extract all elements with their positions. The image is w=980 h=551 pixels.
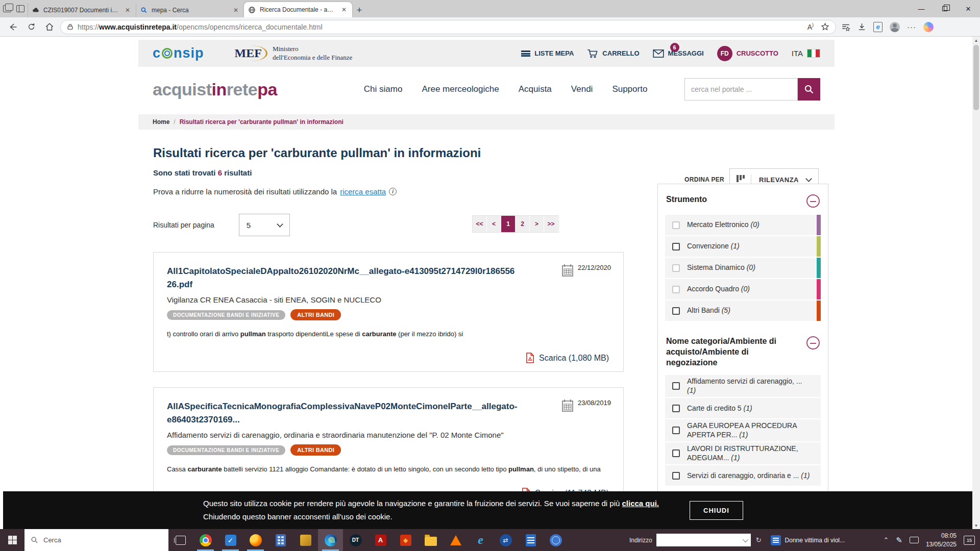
filter-accordo-quadro[interactable]: Accordo Quadro (0) [665,279,821,299]
vertical-tabs-icon[interactable] [16,5,24,12]
news-widget[interactable]: Donne vittima di viol... [771,529,845,551]
checkbox[interactable] [672,472,680,480]
language-selector[interactable]: ITA [792,49,820,58]
page-scrollbar[interactable]: ▲ ▼ [972,37,980,529]
checkbox[interactable] [672,221,680,229]
collapse-minus-icon[interactable] [806,194,820,208]
taskbar-app-ie[interactable]: e [468,529,493,551]
page-next-button[interactable]: > [530,216,544,232]
checkbox[interactable] [672,382,680,390]
downloads-icon[interactable] [857,22,866,31]
cookie-close-button[interactable]: CHIUDI [690,501,743,520]
portal-search-button[interactable] [798,78,820,101]
task-view-button[interactable] [168,529,193,551]
notification-center-icon[interactable]: 15 [964,536,975,545]
tab-close-icon[interactable]: ✕ [340,6,348,13]
taskbar-app-vlc[interactable] [443,529,468,551]
nav-supporto[interactable]: Supporto [612,84,647,94]
checkbox[interactable] [672,405,680,412]
taskbar-search[interactable]: Cerca [24,529,168,551]
read-aloud-icon[interactable]: A) [807,22,814,31]
nav-vendi[interactable]: Vendi [571,84,593,94]
filter-servizi-carenaggio[interactable]: Servizi di carenaggio, ordinaria e ... (… [665,465,821,486]
scrollbar-thumb[interactable] [973,45,979,110]
checkbox[interactable] [672,307,680,315]
ricerca-esatta-link[interactable]: ricerca esatta [340,187,386,196]
refresh-button[interactable] [23,19,39,35]
portal-search-input[interactable] [684,78,798,101]
window-minimize-button[interactable]: — [910,0,933,17]
messaggi-link[interactable]: 6 MESSAGGI [653,49,704,58]
taskbar-app-sync[interactable]: ⇄ [493,529,518,551]
favorite-star-icon[interactable] [821,22,829,31]
taskbar-app-doc[interactable] [518,529,543,551]
filter-sistema-dinamico[interactable]: Sistema Dinamico (0) [665,258,821,278]
page-2-button[interactable]: 2 [516,216,530,232]
taskbar-app-explorer[interactable] [418,529,443,551]
taskbar-app-acrobat[interactable]: A [368,529,393,551]
browser-tab-2[interactable]: mepa - Cerca ✕ [136,3,244,17]
checkbox[interactable] [672,449,680,457]
hidden-icons-chevron[interactable]: ⌃ [883,536,889,544]
nav-aree-merceologiche[interactable]: Aree merceologiche [422,84,499,94]
per-page-select[interactable]: 5 [239,214,290,236]
touch-keyboard-icon[interactable] [910,537,919,543]
tab-actions-icon[interactable] [3,5,11,12]
result-title[interactable]: AllASpecificaTecnicaMonografiaComplessiv… [167,400,519,427]
filter-affidamento[interactable]: Affidamento servizi di carenaggio, ... (… [665,375,821,397]
nav-acquista[interactable]: Acquista [519,84,552,94]
carrello-link[interactable]: CARRELLO [587,49,639,58]
taskbar-app-red[interactable]: ◆ [393,529,418,551]
mef-logo[interactable]: MEF Ministerodell'Economia e delle Finan… [235,45,353,62]
filter-gara-europea[interactable]: GARA EUROPEA A PROCEDURA APERTA PER... (… [665,419,821,441]
page-1-button[interactable]: 1 [501,216,516,232]
checkbox[interactable] [672,286,680,293]
collapse-minus-icon[interactable] [806,336,820,349]
taskbar-app-globe[interactable] [543,529,568,551]
filter-altri-bandi[interactable]: Altri Bandi (5) [665,300,821,321]
browser-tab-active[interactable]: Ricerca Documentale - acquistinr ✕ [244,2,352,17]
acquistinretepa-logo[interactable]: acquistinretepa [153,80,277,99]
favorites-list-icon[interactable] [841,22,850,32]
download-link[interactable]: Scarica (1,080 MB) [525,353,609,363]
taskbar-app-edge[interactable] [318,529,343,551]
taskbar-clock[interactable]: 08:05 13/05/2025 [926,532,957,548]
address-go-icon[interactable]: ↻ [756,536,762,544]
browser-tab-1[interactable]: CZIS019007 Documenti in DA SM ✕ [28,3,136,17]
scroll-up-icon[interactable]: ▲ [972,37,980,44]
info-icon[interactable]: i [389,188,397,195]
breadcrumb-home[interactable]: Home [153,118,169,126]
consip-logo[interactable]: cnsip [153,45,204,61]
nav-chi-siamo[interactable]: Chi siamo [364,84,403,94]
new-tab-button[interactable]: + [352,3,366,17]
liste-mepa-link[interactable]: LISTE MEPA [521,49,574,57]
taskbar-app-firefox[interactable] [243,529,268,551]
start-button[interactable] [0,529,24,551]
taskbar-app-calculator[interactable] [268,529,293,551]
page-prev-button[interactable]: < [487,216,501,232]
filter-carte-di-credito[interactable]: Carte di credito 5 (1) [665,398,821,418]
cruscotto-link[interactable]: FD CRUSCOTTO [717,46,778,61]
filter-mercato-elettronico[interactable]: Mercato Elettronico (0) [665,215,821,235]
checkbox[interactable] [672,427,680,434]
filter-convenzione[interactable]: Convenzione (1) [665,236,821,257]
taskbar-app-chrome[interactable] [193,529,218,551]
copilot-icon[interactable] [923,22,934,32]
taskbar-app-todo[interactable]: ✓ [218,529,243,551]
taskbar-app-dt[interactable]: DT [343,529,368,551]
home-button[interactable] [42,19,57,35]
result-title[interactable]: All1CapitolatoSpecialeDAppalto26102020Nr… [167,265,519,291]
page-last-button[interactable]: >> [544,216,558,232]
checkbox[interactable] [672,264,680,272]
ie-mode-icon[interactable]: e [873,22,883,32]
settings-more-icon[interactable]: ··· [907,22,916,31]
taskbar-app-gold[interactable] [293,529,318,551]
address-toolbar-input[interactable] [656,534,751,546]
filter-lavori-ristrutturazione[interactable]: LAVORI DI RISTRUTTURAZIONE, ADEGUAM... (… [665,442,821,464]
tab-close-icon[interactable]: ✕ [232,7,240,14]
clicca-qui-link[interactable]: clicca qui. [622,499,659,508]
back-button[interactable] [5,19,20,35]
tab-close-icon[interactable]: ✕ [124,7,132,14]
profile-avatar[interactable] [890,22,900,32]
window-restore-button[interactable] [933,0,957,17]
